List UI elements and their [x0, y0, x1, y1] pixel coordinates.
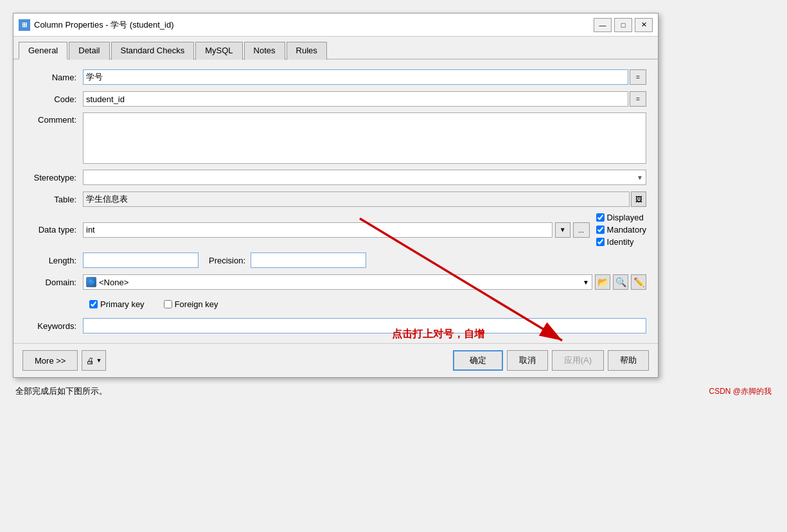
domain-label: Domain: [25, 278, 83, 287]
minimize-button[interactable]: — [594, 18, 612, 32]
close-button[interactable]: ✕ [635, 18, 653, 32]
dialog-window: ⊞ Column Properties - 学号 (student_id) — … [13, 13, 659, 378]
datatype-label: Data type: [25, 225, 83, 235]
name-row: Name: = [25, 69, 646, 85]
name-label: Name: [25, 73, 83, 82]
displayed-label[interactable]: Displayed [607, 213, 644, 222]
print-icon: 🖨 [86, 356, 94, 366]
domain-value: <None> [99, 278, 128, 287]
mandatory-row: Mandatory [596, 225, 646, 235]
domain-icon: 🔷 [86, 277, 96, 287]
more-button[interactable]: More >> [22, 350, 78, 371]
foreign-key-label[interactable]: Foreign key [175, 299, 218, 309]
primary-key-label[interactable]: Primary key [100, 299, 145, 309]
datatype-value-display: int [83, 222, 553, 238]
dialog-body: Name: = Code: = [13, 60, 658, 343]
code-row: Code: = [25, 91, 646, 107]
code-label: Code: [25, 94, 83, 104]
ok-button[interactable]: 确定 [453, 350, 503, 371]
displayed-checkbox[interactable] [596, 213, 605, 222]
pk-row: Primary key [89, 299, 145, 309]
stereotype-arrow: ▼ [637, 174, 643, 181]
window-title: Column Properties - 学号 (student_id) [34, 19, 173, 31]
apply-button[interactable]: 应用(A) [552, 350, 604, 371]
domain-btn-1[interactable]: 📂 [595, 274, 610, 290]
keywords-label: Keywords: [25, 321, 83, 331]
datatype-dropdown-button[interactable]: ▼ [555, 222, 570, 238]
checkboxes-column: Displayed Mandatory Identity [596, 213, 646, 247]
name-input[interactable] [83, 69, 628, 85]
length-label: Length: [25, 256, 83, 265]
length-row: Length: Precision: [25, 252, 646, 269]
tab-notes[interactable]: Notes [244, 42, 285, 60]
print-dropdown-arrow: ▼ [96, 357, 102, 364]
comment-row: Comment: [25, 112, 646, 164]
title-bar: ⊞ Column Properties - 学号 (student_id) — … [13, 13, 658, 37]
keywords-input[interactable] [83, 318, 646, 333]
precision-input[interactable] [251, 253, 366, 268]
tab-standard-checks[interactable]: Standard Checks [111, 42, 195, 60]
identity-row: Identity [596, 237, 646, 247]
tab-mysql[interactable]: MySQL [195, 42, 242, 60]
comment-label: Comment: [25, 112, 83, 125]
keywords-row: Keywords: [25, 317, 646, 334]
button-bar: More >> 🖨 ▼ 确定 取消 应用(A) 帮助 [13, 343, 658, 377]
comment-textarea[interactable] [83, 112, 646, 164]
table-value-display: 学生信息表 [83, 191, 630, 207]
length-input[interactable] [83, 253, 199, 268]
stereotype-label: Stereotype: [25, 173, 83, 182]
bottom-right-text: CSDN @赤脚的我 [709, 386, 772, 397]
tab-detail[interactable]: Detail [69, 42, 109, 60]
maximize-button[interactable]: □ [614, 18, 632, 32]
datatype-more-button[interactable]: ... [573, 222, 590, 238]
stereotype-row: Stereotype: ▼ [25, 169, 646, 186]
precision-label: Precision: [209, 256, 245, 265]
domain-row: Domain: 🔷 <None> ▼ 📂 🔍 ✏️ [25, 274, 646, 290]
table-browse-icon: 🖼 [635, 195, 642, 203]
code-input[interactable] [83, 91, 628, 107]
table-row: Table: 学生信息表 🖼 [25, 191, 646, 208]
domain-select[interactable]: 🔷 <None> ▼ [83, 274, 592, 290]
tab-rules[interactable]: Rules [287, 42, 327, 60]
print-button[interactable]: 🖨 ▼ [82, 350, 106, 371]
identity-checkbox[interactable] [596, 238, 605, 246]
tab-general[interactable]: General [19, 42, 67, 60]
datatype-row: Data type: int ▼ ... Displayed [25, 213, 646, 247]
mandatory-checkbox[interactable] [596, 226, 605, 234]
tab-bar: General Detail Standard Checks MySQL Not… [13, 37, 658, 60]
displayed-row: Displayed [596, 213, 646, 222]
identity-label[interactable]: Identity [607, 237, 634, 247]
stereotype-dropdown[interactable]: ▼ [83, 170, 646, 185]
table-browse-button[interactable]: 🖼 [631, 191, 646, 207]
domain-arrow-icon: ▼ [583, 279, 589, 286]
bottom-bar: 全部完成后如下图所示。 CSDN @赤脚的我 [13, 386, 774, 397]
pk-fk-row: Primary key Foreign key [25, 296, 646, 312]
table-label: Table: [25, 195, 83, 204]
cancel-button[interactable]: 取消 [507, 350, 548, 371]
primary-key-checkbox[interactable] [89, 300, 98, 308]
domain-btn-3[interactable]: ✏️ [631, 274, 646, 290]
code-equals-button[interactable]: = [630, 91, 646, 107]
help-button[interactable]: 帮助 [608, 350, 649, 371]
mandatory-label[interactable]: Mandatory [607, 225, 646, 235]
bottom-left-text: 全部完成后如下图所示。 [15, 386, 107, 397]
name-equals-button[interactable]: = [630, 69, 646, 85]
foreign-key-checkbox[interactable] [164, 300, 172, 308]
domain-btn-2[interactable]: 🔍 [613, 274, 628, 290]
fk-row: Foreign key [164, 299, 218, 309]
window-icon: ⊞ [19, 19, 30, 31]
